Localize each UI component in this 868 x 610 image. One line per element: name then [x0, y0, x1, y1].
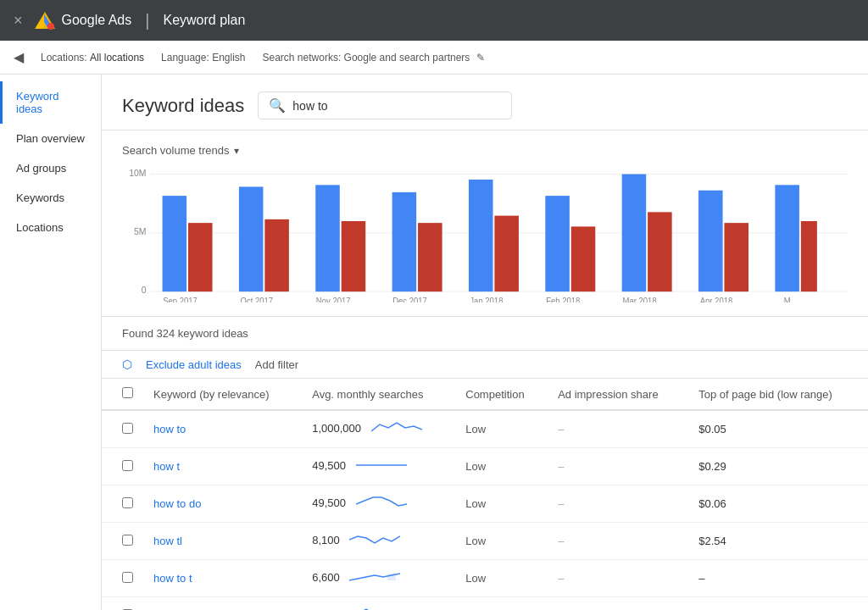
found-count-label: Found 324 keyword ideas	[122, 327, 248, 340]
row-competition: Low	[455, 448, 548, 485]
row-bid: $0.29	[688, 448, 868, 485]
app-name-label: Google Ads	[62, 13, 132, 28]
svg-text:10M: 10M	[129, 167, 146, 178]
svg-rect-28	[571, 226, 596, 291]
chart-section: Search volume trends ▾ 10M 5M 0 Sep 20	[102, 130, 868, 317]
svg-point-5	[47, 23, 54, 30]
search-icon: 🔍	[269, 97, 286, 114]
svg-text:Sep 2017: Sep 2017	[163, 297, 198, 302]
row-bid: –	[688, 560, 868, 597]
app-logo: Google Ads	[33, 8, 132, 32]
keyword-link-0[interactable]: how to	[153, 423, 186, 435]
row-competition: Low	[455, 597, 548, 611]
svg-text:Jan 2018: Jan 2018	[470, 297, 503, 302]
row-impression: –	[548, 523, 688, 560]
topbar-divider: |	[145, 11, 149, 30]
row-checkbox-2[interactable]	[122, 497, 133, 508]
topbar-page-title: Keyword plan	[163, 13, 245, 28]
svg-rect-15	[239, 186, 264, 291]
row-impression: –	[548, 560, 688, 597]
sidebar-item-locations[interactable]: Locations	[0, 213, 101, 242]
search-input[interactable]	[292, 99, 501, 113]
sidebar-item-keywords[interactable]: Keywords	[0, 183, 101, 213]
row-checkbox-cell	[102, 523, 143, 560]
locations-setting: Locations: All locations	[41, 52, 144, 64]
networks-setting: Search networks: Google and search partn…	[263, 52, 485, 64]
topbar: × Google Ads | Keyword plan	[0, 0, 868, 41]
svg-rect-37	[801, 221, 817, 291]
table-row: how tl 8,100 Low – $2.54	[102, 523, 868, 560]
subheader: ◀ Locations: All locations Language: Eng…	[0, 41, 868, 75]
content-area: Keyword ideas 🔍 Search volume trends ▾ 1…	[102, 75, 868, 610]
language-label: Language:	[161, 52, 209, 64]
svg-text:Dec 2017: Dec 2017	[392, 297, 427, 302]
row-impression: –	[548, 448, 688, 485]
row-monthly: 1,000,000	[302, 410, 455, 448]
add-filter-button[interactable]: Add filter	[255, 358, 298, 371]
svg-marker-41	[387, 574, 396, 580]
svg-text:M: M	[784, 297, 791, 302]
sidebar-item-plan-overview[interactable]: Plan overview	[0, 124, 101, 153]
row-competition: Low	[455, 560, 548, 597]
select-all-checkbox[interactable]	[122, 387, 133, 398]
sparkline-1	[356, 457, 407, 476]
keyword-table-wrap: Keyword (by relevance) Avg. monthly sear…	[102, 379, 868, 610]
close-button[interactable]: ×	[14, 12, 23, 30]
sparkline-4	[349, 568, 400, 588]
google-ads-logo-icon	[33, 8, 57, 32]
chart-svg: 10M 5M 0 Sep 2017 Oct 2017	[122, 167, 848, 302]
back-button[interactable]: ◀	[14, 49, 24, 65]
row-bid: $0.05	[688, 410, 868, 448]
svg-rect-34	[724, 223, 748, 291]
row-checkbox-4[interactable]	[122, 572, 133, 583]
row-keyword: how tos	[143, 597, 302, 611]
filter-row: ⬡ Exclude adult ideas Add filter	[102, 351, 868, 379]
row-keyword: how tl	[143, 523, 302, 560]
sidebar-item-keyword-ideas[interactable]: Keyword ideas	[0, 81, 101, 124]
row-keyword: how to t	[143, 560, 302, 597]
monthly-value: 49,500	[312, 459, 346, 472]
row-checkbox-cell	[102, 448, 143, 485]
svg-rect-18	[315, 185, 340, 291]
row-bid: $0.06	[688, 485, 868, 523]
sidebar-item-ad-groups[interactable]: Ad groups	[0, 153, 101, 183]
table-header-row: Keyword (by relevance) Avg. monthly sear…	[102, 379, 868, 410]
svg-rect-30	[622, 175, 647, 292]
keyword-search-box[interactable]: 🔍	[258, 92, 512, 119]
svg-rect-21	[392, 192, 417, 291]
row-bid: $0.01	[688, 597, 868, 611]
chart-dropdown-button[interactable]: ▾	[234, 145, 239, 157]
locations-value-text[interactable]: All locations	[90, 52, 144, 64]
networks-edit-icon[interactable]: ✎	[476, 52, 485, 64]
sidebar: Keyword ideas Plan overview Ad groups Ke…	[0, 75, 102, 610]
page-title: Keyword ideas	[122, 95, 244, 117]
row-monthly: 8,100	[302, 523, 455, 560]
row-checkbox-cell	[102, 597, 143, 611]
language-setting: Language: English	[161, 52, 245, 64]
row-checkbox-3[interactable]	[122, 535, 133, 546]
sparkline-2	[356, 494, 407, 513]
locations-label: Locations:	[41, 52, 87, 64]
row-checkbox-1[interactable]	[122, 460, 133, 471]
header-keyword: Keyword (by relevance)	[143, 379, 302, 410]
keyword-link-3[interactable]: how tl	[153, 535, 182, 547]
keyword-link-2[interactable]: how to do	[153, 497, 201, 510]
monthly-value: 8,100	[312, 534, 340, 546]
row-keyword: how t	[143, 448, 302, 485]
row-checkbox-0[interactable]	[122, 423, 133, 434]
row-checkbox-cell	[102, 560, 143, 597]
chart-container: 10M 5M 0 Sep 2017 Oct 2017	[122, 167, 848, 302]
keyword-link-4[interactable]: how to t	[153, 572, 192, 585]
content-header: Keyword ideas 🔍	[102, 75, 868, 130]
sidebar-item-keywords-label: Keywords	[16, 191, 64, 204]
svg-rect-19	[342, 221, 366, 291]
exclude-adult-link[interactable]: Exclude adult ideas	[146, 358, 242, 371]
row-impression: –	[548, 597, 688, 611]
keyword-link-1[interactable]: how t	[153, 460, 180, 473]
found-count: Found 324 keyword ideas	[102, 317, 868, 351]
table-row: how to 1,000,000 Low – $0.05	[102, 410, 868, 448]
row-monthly: 49,500	[302, 485, 455, 523]
row-impression: –	[548, 485, 688, 523]
header-monthly: Avg. monthly searches	[302, 379, 455, 410]
svg-text:Feb 2018: Feb 2018	[546, 297, 581, 302]
